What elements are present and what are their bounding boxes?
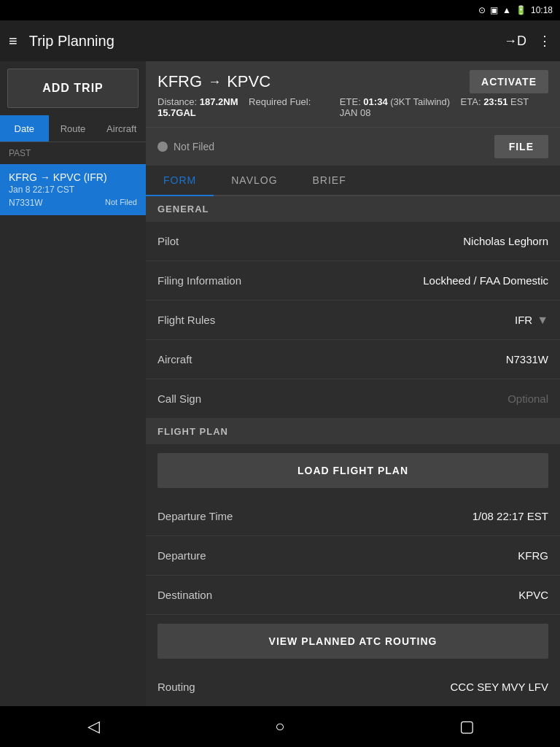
tab-route[interactable]: Route <box>49 115 98 142</box>
distance-info: Distance: 187.2NM Required Fuel: 15.7GAL <box>158 96 340 118</box>
app-title: Trip Planning <box>29 33 504 50</box>
hamburger-icon[interactable]: ≡ <box>9 33 18 50</box>
trip-item[interactable]: KFRG → KPVC (IFR) Jan 8 22:17 CST N7331W… <box>0 164 146 215</box>
destination-value[interactable]: KPVC <box>518 589 548 601</box>
past-section-label: Past <box>0 142 146 164</box>
flight-details-row: Distance: 187.2NM Required Fuel: 15.7GAL… <box>158 96 548 118</box>
pilot-label: Pilot <box>158 235 463 247</box>
tab-aircraft[interactable]: Aircraft <box>97 115 146 142</box>
flight-rules-row: Flight Rules IFR ▼ <box>146 301 560 340</box>
general-section-header: GENERAL <box>146 196 560 222</box>
ete-eta-info: ETE: 01:34 (3KT Tailwind) ETA: 23:51 EST… <box>340 96 548 118</box>
time: 10:18 <box>531 5 553 15</box>
route-arrow-icon: → <box>208 74 221 90</box>
departure-value[interactable]: KFRG <box>518 549 548 562</box>
routing-value[interactable]: CCC SEY MVY LFV <box>451 681 549 693</box>
aircraft-value[interactable]: N7331W <box>506 353 548 365</box>
aircraft-label: Aircraft <box>158 353 506 365</box>
flight-header: KFRG → KPVC ACTIVATE Distance: 187.2NM R… <box>146 61 560 127</box>
sim-icon: ▣ <box>490 5 498 15</box>
add-trip-button[interactable]: ADD TRIP <box>7 69 139 108</box>
destination-code: KPVC <box>227 72 271 91</box>
content-area: KFRG → KPVC ACTIVATE Distance: 187.2NM R… <box>146 61 560 706</box>
bottom-nav: ◁ ○ ▢ <box>0 706 560 747</box>
sidebar: ADD TRIP Date Route Aircraft Past KFRG →… <box>0 61 146 706</box>
trip-aircraft: N7331W <box>9 198 43 208</box>
flight-route: KFRG → KPVC <box>158 72 271 91</box>
filed-status-row: Not Filed FILE <box>146 127 560 166</box>
main-layout: ADD TRIP Date Route Aircraft Past KFRG →… <box>0 61 560 706</box>
back-button[interactable]: ◁ <box>76 709 111 744</box>
trip-route: KFRG → KPVC (IFR) <box>9 171 137 183</box>
tab-form[interactable]: FORM <box>146 166 214 196</box>
filed-status-left: Not Filed <box>158 141 214 152</box>
recents-button[interactable]: ▢ <box>449 709 484 744</box>
not-filed-text: Not Filed <box>174 141 214 152</box>
call-sign-value[interactable]: Optional <box>508 392 548 405</box>
filing-info-value[interactable]: Lockheed / FAA Domestic <box>423 274 548 287</box>
activate-button[interactable]: ACTIVATE <box>470 70 548 93</box>
battery-icon: 🔋 <box>516 5 526 15</box>
trip-aircraft-row: N7331W Not Filed <box>9 198 137 208</box>
flight-rules-value[interactable]: IFR ▼ <box>515 314 548 327</box>
trip-status: Not Filed <box>105 198 137 208</box>
load-flight-plan-button[interactable]: LOAD FLIGHT PLAN <box>158 453 548 488</box>
file-button[interactable]: FILE <box>494 135 548 158</box>
departure-row: Departure KFRG <box>146 536 560 576</box>
destination-row: Destination KPVC <box>146 576 560 615</box>
departure-time-row: Departure Time 1/08 22:17 EST <box>146 497 560 536</box>
pilot-row: Pilot Nicholas Leghorn <box>146 222 560 261</box>
tab-brief[interactable]: BRIEF <box>295 166 364 195</box>
home-button[interactable]: ○ <box>262 709 298 744</box>
trip-datetime: Jan 8 22:17 CST <box>9 185 137 195</box>
location-icon: ⊙ <box>478 5 486 15</box>
flight-header-row1: KFRG → KPVC ACTIVATE <box>158 70 548 93</box>
status-bar: ⊙ ▣ ▲ 🔋 10:18 <box>0 0 560 20</box>
routing-label: Routing <box>158 681 451 693</box>
logo-icon[interactable]: →D <box>504 34 526 49</box>
departure-time-label: Departure Time <box>158 510 472 522</box>
sidebar-tabs: Date Route Aircraft <box>0 115 146 142</box>
tab-date[interactable]: Date <box>0 115 49 142</box>
flight-plan-section-header: FLIGHT PLAN <box>146 419 560 444</box>
view-atc-routing-button[interactable]: VIEW PLANNED ATC ROUTING <box>158 624 548 659</box>
wifi-icon: ▲ <box>502 5 511 15</box>
form-tabs: FORM NAVLOG BRIEF <box>146 166 560 196</box>
flight-rules-label: Flight Rules <box>158 314 515 326</box>
routing-row: Routing CCC SEY MVY LFV <box>146 667 560 706</box>
form-content: GENERAL Pilot Nicholas Leghorn Filing In… <box>146 196 560 706</box>
departure-label: Departure <box>158 549 518 562</box>
call-sign-row: Call Sign Optional <box>146 379 560 419</box>
destination-label: Destination <box>158 589 518 601</box>
more-icon[interactable]: ⋮ <box>538 33 551 49</box>
nav-icons: →D ⋮ <box>504 33 551 49</box>
call-sign-label: Call Sign <box>158 392 508 405</box>
departure-time-value[interactable]: 1/08 22:17 EST <box>472 510 548 522</box>
pilot-value[interactable]: Nicholas Leghorn <box>463 235 548 247</box>
tab-navlog[interactable]: NAVLOG <box>214 166 295 195</box>
filing-info-row: Filing Information Lockheed / FAA Domest… <box>146 261 560 301</box>
dropdown-arrow-icon: ▼ <box>537 314 548 327</box>
aircraft-row: Aircraft N7331W <box>146 340 560 379</box>
filing-info-label: Filing Information <box>158 274 423 287</box>
origin-code: KFRG <box>158 72 202 91</box>
top-nav: ≡ Trip Planning →D ⋮ <box>0 20 560 61</box>
status-icons: ⊙ ▣ ▲ 🔋 10:18 <box>478 5 553 15</box>
status-dot <box>158 142 168 152</box>
